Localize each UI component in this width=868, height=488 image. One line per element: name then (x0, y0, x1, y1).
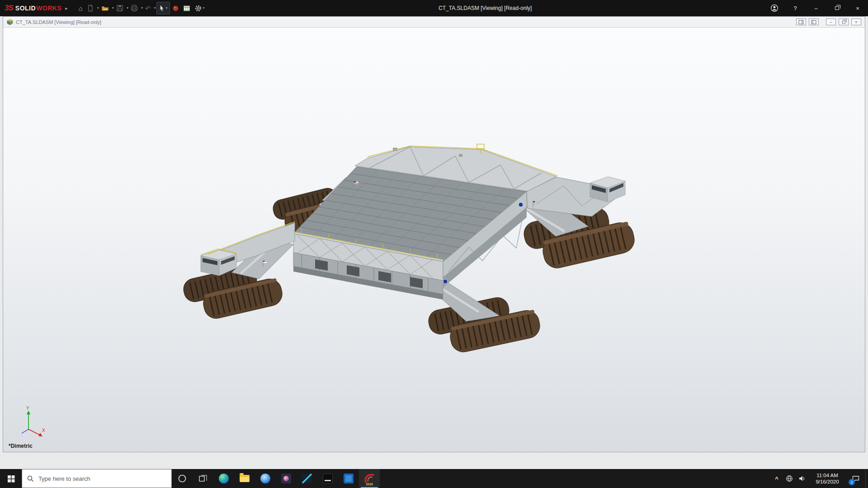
restore-icon (835, 6, 839, 10)
show-desktop-button[interactable] (865, 469, 868, 488)
edge-icon (219, 474, 229, 483)
menu-flyout-arrow-icon[interactable]: ▸ (65, 5, 68, 11)
solidworks-year-badge: 2020 (362, 483, 377, 486)
options-button[interactable]: ▾ (193, 2, 207, 14)
crawler-transporter-model[interactable] (3, 28, 865, 452)
search-input[interactable] (38, 475, 166, 483)
open-folder-icon (101, 5, 109, 12)
network-button[interactable] (783, 469, 796, 488)
video-app-icon (344, 474, 354, 483)
help-button[interactable]: ? (785, 0, 806, 16)
media-app-button[interactable] (276, 469, 297, 488)
doc-close-icon: × (855, 20, 857, 24)
solidworks-logo-mark: 3S (5, 4, 13, 13)
cortana-button[interactable] (172, 469, 193, 488)
open-button[interactable] (99, 2, 111, 14)
nasa-logo-decal (519, 202, 523, 207)
graphics-area[interactable]: Y X *Dimetric (3, 28, 865, 452)
options-caret-icon[interactable]: ▾ (203, 6, 205, 10)
titlebar-controls: ? – × (764, 0, 868, 16)
save-button[interactable] (114, 2, 125, 14)
terminal-app-icon (323, 474, 333, 483)
minimize-icon: – (814, 5, 817, 12)
new-caret-icon[interactable]: ▾ (97, 6, 99, 10)
undo-button[interactable]: ↶ (143, 2, 153, 14)
task-view-button[interactable] (193, 469, 213, 488)
macro-button[interactable] (170, 2, 181, 14)
solidworks-taskbar-button[interactable]: 2020 (359, 469, 380, 488)
right-control-cab (590, 177, 625, 202)
tray-expand-button[interactable]: ^ (770, 469, 783, 488)
taskbar-empty-space (380, 469, 770, 488)
window-title: CT_TA.SLDASM [Viewing] [Read-only] (207, 5, 764, 11)
document-title: CT_TA.SLDASM [Viewing] [Read-only] (16, 19, 101, 25)
restore-button[interactable] (826, 0, 847, 16)
browser-button[interactable] (255, 469, 276, 488)
document-window-controls: – × (796, 19, 861, 25)
new-file-icon (87, 5, 94, 12)
taskbar-search[interactable] (22, 469, 172, 488)
document-titlebar[interactable]: CT_TA.SLDASM [Viewing] [Read-only] – (3, 17, 865, 28)
minimize-button[interactable]: – (806, 0, 826, 16)
pane-toggle-right-button[interactable] (809, 19, 819, 25)
pane-toggle-left-button[interactable] (796, 19, 806, 25)
taskbar-clock[interactable]: 11:04 AM 9/16/2020 (808, 469, 846, 488)
account-button[interactable] (764, 0, 785, 16)
orientation-triad[interactable]: Y X (14, 406, 47, 439)
doc-restore-button[interactable] (839, 19, 849, 25)
open-caret-icon[interactable]: ▾ (112, 6, 114, 10)
notification-badge: 2 (849, 479, 855, 485)
solidworks-logo: 3S SOLID WORKS (0, 4, 61, 13)
file-explorer-button[interactable] (234, 469, 255, 488)
report-button[interactable] (181, 2, 192, 14)
dev-app-icon (302, 474, 312, 483)
table-report-icon (183, 5, 190, 12)
select-caret-icon[interactable]: ▾ (166, 6, 168, 10)
print-caret-icon[interactable]: ▾ (141, 6, 143, 10)
undo-caret-icon[interactable]: ▾ (154, 6, 156, 10)
undo-icon: ↶ (145, 5, 151, 12)
windows-logo-icon (7, 475, 15, 483)
file-explorer-icon (240, 475, 250, 482)
document-window: CT_TA.SLDASM [Viewing] [Read-only] – (3, 16, 865, 452)
terminal-app-button[interactable] (317, 469, 338, 488)
cortana-icon (178, 474, 187, 483)
home-button[interactable]: ⌂ (77, 2, 85, 14)
select-tool-button[interactable]: ▾ (156, 2, 170, 14)
settings-gear-icon (194, 5, 202, 12)
quick-access-toolbar: ⌂ ▾ ▾ ▾ ▾ (77, 2, 207, 14)
video-app-button[interactable] (338, 469, 359, 488)
brand-works-text: WORKS (36, 5, 61, 12)
print-button[interactable] (129, 2, 140, 14)
close-icon: × (856, 5, 859, 12)
dev-app-button[interactable] (297, 469, 317, 488)
edge-button[interactable] (213, 469, 234, 488)
speaker-icon (798, 475, 806, 482)
assembly-cube-icon (7, 19, 13, 25)
save-icon (116, 5, 123, 12)
doc-minimize-button[interactable]: – (826, 19, 836, 25)
task-view-icon (198, 474, 208, 483)
split-pane-alt-icon (811, 20, 816, 24)
start-button[interactable] (0, 469, 22, 488)
doc-close-button[interactable]: × (851, 19, 861, 25)
network-globe-icon (786, 475, 793, 482)
close-button[interactable]: × (847, 0, 868, 16)
user-account-icon (770, 4, 778, 12)
app-titlebar: 3S SOLID WORKS ▸ ⌂ ▾ ▾ ▾ (0, 0, 868, 16)
view-orientation-label: *Dimetric (9, 443, 33, 449)
volume-button[interactable] (796, 469, 808, 488)
action-center-button[interactable]: 2 (846, 469, 865, 488)
chevron-up-icon: ^ (775, 475, 778, 482)
browser-icon (260, 474, 270, 483)
doc-restore-icon (842, 20, 845, 23)
help-icon: ? (793, 5, 797, 12)
brand-solid-text: SOLID (15, 5, 36, 12)
new-document-button[interactable] (85, 2, 96, 14)
select-cursor-icon (159, 5, 165, 12)
media-app-icon (281, 474, 291, 483)
search-icon (27, 475, 33, 482)
red-sphere-icon (172, 5, 179, 12)
save-caret-icon[interactable]: ▾ (127, 6, 128, 10)
doc-minimize-icon: – (830, 20, 832, 24)
